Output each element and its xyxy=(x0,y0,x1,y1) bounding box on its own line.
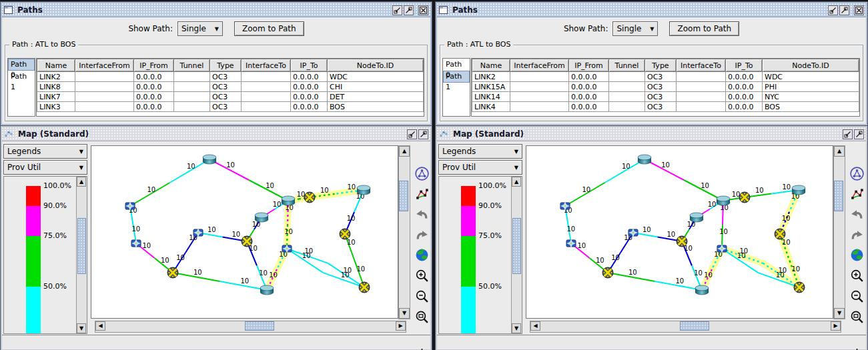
map-horizontal-scrollbar[interactable]: ◀ ▶ xyxy=(530,321,841,333)
table-cell[interactable]: CHI xyxy=(328,82,424,92)
column-header[interactable]: Name xyxy=(472,59,510,72)
table-cell[interactable]: WDC xyxy=(763,72,859,82)
scroll-up-button[interactable]: ▲ xyxy=(399,146,410,157)
table-cell[interactable]: 0.0.0.0 xyxy=(726,102,763,112)
show-path-combo[interactable]: Single ▼ xyxy=(612,21,658,36)
column-header[interactable]: NodeTo.ID xyxy=(328,59,424,72)
table-cell[interactable]: OC3 xyxy=(645,102,677,112)
maximize-button[interactable] xyxy=(854,129,864,139)
table-cell[interactable] xyxy=(609,82,645,92)
node-R2[interactable] xyxy=(255,213,268,222)
graph-edit-icon[interactable] xyxy=(849,186,865,202)
map-horizontal-scrollbar[interactable]: ◀ ▶ xyxy=(95,321,406,333)
node-S2[interactable] xyxy=(131,239,141,248)
node-S2[interactable] xyxy=(566,239,576,248)
node-S4[interactable] xyxy=(282,244,292,253)
util-combo[interactable]: Prov Util ▼ xyxy=(438,160,522,175)
node-X2[interactable] xyxy=(242,236,252,247)
table-row[interactable]: LINK15A0.0.0.0OC30.0.0.0PHI xyxy=(472,82,859,92)
scroll-up-button[interactable]: ▲ xyxy=(77,177,86,187)
table-cell[interactable]: 0.0.0.0 xyxy=(291,102,328,112)
node-S3[interactable] xyxy=(193,228,203,237)
paths-titlebar[interactable]: Paths xyxy=(2,3,430,17)
table-cell[interactable] xyxy=(677,102,726,112)
table-cell[interactable]: LINK8 xyxy=(37,82,75,92)
table-cell[interactable]: PHI xyxy=(763,82,859,92)
table-cell[interactable] xyxy=(510,72,569,82)
scroll-down-button[interactable]: ▼ xyxy=(834,308,845,319)
table-cell[interactable] xyxy=(242,102,291,112)
table-cell[interactable] xyxy=(242,72,291,82)
map-titlebar[interactable]: Map (Standard) xyxy=(2,127,430,141)
node-R1[interactable] xyxy=(638,155,651,164)
table-cell[interactable]: OC3 xyxy=(210,92,242,102)
undo-icon[interactable] xyxy=(414,207,430,223)
scrollbar-thumb[interactable] xyxy=(399,181,408,211)
table-cell[interactable]: 0.0.0.0 xyxy=(569,102,609,112)
legends-combo[interactable]: Legends ▼ xyxy=(438,144,522,159)
table-cell[interactable]: LINK15A xyxy=(472,82,510,92)
scroll-up-button[interactable]: ▲ xyxy=(512,177,521,187)
table-cell[interactable]: OC3 xyxy=(645,72,677,82)
node-R5[interactable] xyxy=(260,285,274,295)
table-row[interactable]: LINK40.0.0.0OC30.0.0.0BOS xyxy=(472,102,859,112)
scroll-up-button[interactable]: ▲ xyxy=(834,146,845,157)
table-cell[interactable] xyxy=(510,92,569,102)
table-cell[interactable] xyxy=(609,92,645,102)
column-header[interactable]: Tunnel xyxy=(174,59,210,72)
node-R4[interactable] xyxy=(792,185,805,195)
node-S1[interactable] xyxy=(560,201,570,211)
column-header[interactable]: InterfaceTo xyxy=(677,59,726,72)
scrollbar-thumb[interactable] xyxy=(77,218,86,274)
path-list-item-1[interactable]: Path 1 xyxy=(8,71,35,83)
table-cell[interactable] xyxy=(75,72,134,82)
table-cell[interactable]: LINK3 xyxy=(37,102,75,112)
legends-combo[interactable]: Legends ▼ xyxy=(3,144,87,159)
paths-titlebar[interactable]: Paths xyxy=(437,3,866,17)
table-cell[interactable] xyxy=(174,92,210,102)
table-row[interactable]: LINK140.0.0.0OC30.0.0.0NYC xyxy=(472,92,859,102)
node-X3[interactable] xyxy=(739,192,750,203)
table-cell[interactable]: LINK2 xyxy=(472,72,510,82)
minimize-button[interactable] xyxy=(392,5,402,15)
table-cell[interactable]: 0.0.0.0 xyxy=(569,82,609,92)
table-cell[interactable]: BOS xyxy=(763,102,859,112)
table-cell[interactable] xyxy=(510,102,569,112)
table-cell[interactable]: BOS xyxy=(328,102,424,112)
table-cell[interactable] xyxy=(75,92,134,102)
table-cell[interactable]: 0.0.0.0 xyxy=(569,72,609,82)
node-X3[interactable] xyxy=(304,192,315,203)
undo-icon[interactable] xyxy=(849,207,865,223)
node-X1[interactable] xyxy=(602,267,613,278)
node-X1[interactable] xyxy=(167,267,178,278)
table-row[interactable]: LINK80.0.0.0OC30.0.0.0CHI xyxy=(37,82,424,92)
zoom-in-icon[interactable] xyxy=(414,267,430,283)
map-canvas[interactable]: 1010101010101010101010101010101010101010… xyxy=(526,145,833,319)
table-cell[interactable] xyxy=(174,82,210,92)
globe-icon[interactable] xyxy=(849,247,865,263)
node-S4[interactable] xyxy=(717,244,727,253)
table-cell[interactable] xyxy=(677,82,726,92)
column-header[interactable]: Tunnel xyxy=(609,59,645,72)
table-cell[interactable]: LINK4 xyxy=(472,102,510,112)
scroll-down-button[interactable]: ▼ xyxy=(399,308,410,319)
table-cell[interactable]: 0.0.0.0 xyxy=(291,92,328,102)
node-R3[interactable] xyxy=(282,196,295,205)
column-header[interactable]: IP_To xyxy=(726,59,763,72)
table-cell[interactable]: 0.0.0.0 xyxy=(726,72,763,82)
node-X5[interactable] xyxy=(359,282,370,293)
graph-edit-icon[interactable] xyxy=(414,186,430,202)
map-vertical-scrollbar[interactable]: ▲ ▼ xyxy=(833,145,845,319)
close-button[interactable] xyxy=(418,5,428,15)
node-X5[interactable] xyxy=(794,282,805,293)
node-X2[interactable] xyxy=(677,236,687,247)
table-cell[interactable]: OC3 xyxy=(210,72,242,82)
zoom-out-icon[interactable] xyxy=(414,288,430,304)
table-cell[interactable]: OC3 xyxy=(645,92,677,102)
table-cell[interactable] xyxy=(510,82,569,92)
minimize-button[interactable] xyxy=(407,129,417,139)
legend-scrollbar[interactable]: ▲ ▼ xyxy=(511,177,522,333)
column-header[interactable]: NodeTo.ID xyxy=(763,59,859,72)
node-R2[interactable] xyxy=(690,213,703,222)
globe-icon[interactable] xyxy=(414,247,430,263)
